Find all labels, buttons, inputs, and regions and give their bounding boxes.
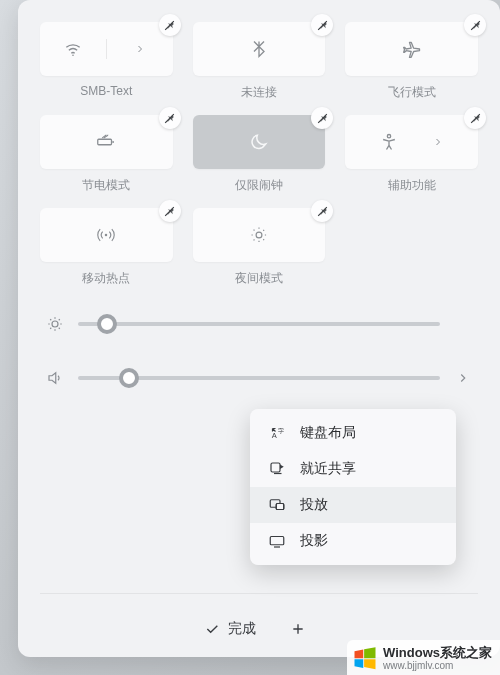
- svg-point-8: [105, 234, 108, 237]
- windows-logo-icon: [351, 646, 379, 670]
- tile-wifi-toggle[interactable]: [40, 39, 107, 59]
- popup-label: 投放: [300, 496, 328, 514]
- popup-item-keyboard[interactable]: A字 键盘布局: [250, 415, 456, 451]
- watermark-text: Windows系统之家 www.bjjmlv.com: [383, 644, 492, 671]
- volume-slider[interactable]: [78, 376, 440, 380]
- unpin-icon: [163, 19, 176, 32]
- tile-wrap-wifi: SMB-Text: [40, 22, 173, 101]
- add-button[interactable]: [290, 621, 314, 637]
- chevron-right-icon: [134, 43, 146, 55]
- svg-line-5: [318, 114, 327, 123]
- unpin-icon: [163, 112, 176, 125]
- unpin-button[interactable]: [464, 107, 486, 129]
- popup-label: 投影: [300, 532, 328, 550]
- svg-rect-19: [270, 537, 284, 545]
- unpin-icon: [469, 112, 482, 125]
- tile-hotspot[interactable]: [40, 208, 173, 262]
- popup-label: 键盘布局: [300, 424, 356, 442]
- svg-line-1: [165, 21, 174, 30]
- night-light-icon: [249, 225, 269, 245]
- svg-text:A: A: [272, 431, 277, 440]
- done-label: 完成: [228, 620, 256, 638]
- check-icon: [204, 621, 220, 637]
- tile-label: 夜间模式: [235, 270, 283, 287]
- tile-nightlight[interactable]: [193, 208, 326, 262]
- tile-airplane[interactable]: [345, 22, 478, 76]
- quick-settings-panel: SMB-Text 未连接: [18, 0, 500, 657]
- watermark: Windows系统之家 www.bjjmlv.com: [347, 640, 500, 675]
- svg-point-12: [52, 321, 58, 327]
- unpin-icon: [163, 205, 176, 218]
- tile-wifi-expand[interactable]: [107, 43, 173, 55]
- brightness-slider[interactable]: [78, 322, 440, 326]
- add-menu-popup: A字 键盘布局 就近共享 投放 投影: [250, 409, 456, 565]
- svg-line-7: [471, 114, 480, 123]
- chevron-right-icon: [432, 136, 444, 148]
- popup-item-project[interactable]: 投影: [250, 523, 456, 559]
- plus-icon: [290, 621, 306, 637]
- unpin-button[interactable]: [159, 14, 181, 36]
- tile-label: 节电模式: [82, 177, 130, 194]
- done-button[interactable]: 完成: [204, 620, 256, 638]
- tile-wifi[interactable]: [40, 22, 173, 76]
- sun-icon: [46, 315, 64, 333]
- svg-line-2: [318, 21, 327, 30]
- tile-wrap-a11y: 辅助功能: [345, 115, 478, 194]
- popup-item-cast[interactable]: 投放: [250, 487, 456, 523]
- unpin-button[interactable]: [464, 14, 486, 36]
- svg-rect-15: [271, 463, 280, 472]
- tile-wrap-airplane: 飞行模式: [345, 22, 478, 101]
- accessibility-icon: [379, 132, 399, 152]
- tiles-grid: SMB-Text 未连接: [40, 22, 478, 287]
- keyboard-layout-icon: A字: [268, 424, 286, 442]
- cast-icon: [268, 496, 286, 514]
- unpin-button[interactable]: [311, 14, 333, 36]
- svg-rect-17: [276, 504, 284, 510]
- tile-focus-assist[interactable]: [193, 115, 326, 169]
- popup-label: 就近共享: [300, 460, 356, 478]
- sliders-section: [40, 315, 478, 387]
- airplane-icon: [402, 39, 422, 59]
- unpin-button[interactable]: [311, 200, 333, 222]
- brightness-slider-row: [46, 315, 472, 333]
- tile-wrap-hotspot: 移动热点: [40, 208, 173, 287]
- unpin-icon: [316, 19, 329, 32]
- hotspot-icon: [96, 225, 116, 245]
- tile-bluetooth[interactable]: [193, 22, 326, 76]
- wifi-icon: [63, 39, 83, 59]
- unpin-button[interactable]: [159, 200, 181, 222]
- svg-line-9: [165, 207, 174, 216]
- bluetooth-icon: [249, 39, 269, 59]
- tile-wrap-bluetooth: 未连接: [193, 22, 326, 101]
- volume-thumb[interactable]: [119, 368, 139, 388]
- tile-battery-saver[interactable]: [40, 115, 173, 169]
- project-icon: [268, 532, 286, 550]
- nearby-share-icon: [268, 460, 286, 478]
- tile-label: 飞行模式: [388, 84, 436, 101]
- tile-label: SMB-Text: [80, 84, 132, 98]
- svg-point-6: [387, 135, 390, 138]
- svg-text:字: 字: [278, 427, 284, 434]
- tile-label: 辅助功能: [388, 177, 436, 194]
- tile-label: 移动热点: [82, 270, 130, 287]
- svg-line-4: [165, 114, 174, 123]
- svg-line-11: [318, 207, 327, 216]
- unpin-icon: [316, 205, 329, 218]
- tile-wrap-battery: 节电模式: [40, 115, 173, 194]
- tile-wrap-nightlight: 夜间模式: [193, 208, 326, 287]
- brightness-thumb[interactable]: [97, 314, 117, 334]
- speaker-icon: [46, 369, 64, 387]
- watermark-main: Windows系统之家: [383, 645, 492, 660]
- unpin-icon: [469, 19, 482, 32]
- svg-line-3: [471, 21, 480, 30]
- moon-icon: [249, 132, 269, 152]
- svg-point-0: [72, 54, 74, 56]
- popup-item-nearby[interactable]: 就近共享: [250, 451, 456, 487]
- tile-label: 仅限闹钟: [235, 177, 283, 194]
- volume-expand[interactable]: [454, 371, 472, 385]
- unpin-button[interactable]: [311, 107, 333, 129]
- tile-accessibility[interactable]: [345, 115, 478, 169]
- unpin-button[interactable]: [159, 107, 181, 129]
- tile-label: 未连接: [241, 84, 277, 101]
- unpin-icon: [316, 112, 329, 125]
